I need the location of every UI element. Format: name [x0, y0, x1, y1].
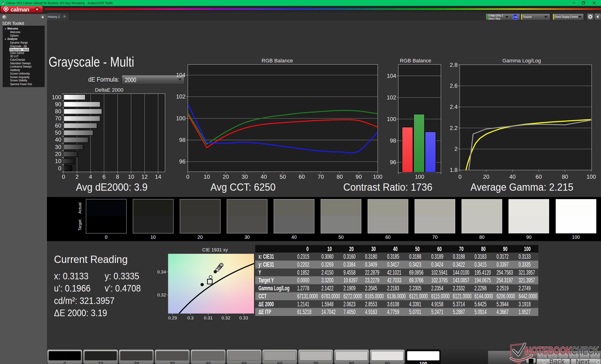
svg-text:6: 6 — [103, 173, 106, 180]
svg-text:50: 50 — [280, 173, 286, 180]
svg-text:1.8: 1.8 — [450, 167, 458, 173]
svg-text:8: 8 — [116, 173, 119, 180]
svg-text:4: 4 — [89, 173, 92, 180]
svg-text:2.8: 2.8 — [450, 62, 458, 68]
svg-text:10: 10 — [128, 173, 134, 180]
svg-text:12: 12 — [141, 173, 148, 180]
svg-text:0.29: 0.29 — [168, 316, 177, 320]
svg-text:0: 0 — [459, 173, 461, 180]
svg-text:NOTEBOOK: NOTEBOOK — [525, 345, 572, 357]
svg-text:2.2: 2.2 — [450, 125, 458, 131]
svg-text:50: 50 — [55, 129, 61, 136]
svg-text:0.32: 0.32 — [222, 316, 230, 320]
svg-text:40: 40 — [510, 173, 516, 180]
svg-text:80: 80 — [562, 173, 568, 180]
svg-text:CIE 1931 xy: CIE 1931 xy — [202, 247, 228, 252]
svg-text:0.34: 0.34 — [157, 269, 166, 274]
svg-text:10: 10 — [55, 158, 61, 164]
svg-text:20: 20 — [483, 173, 490, 180]
svg-text:0: 0 — [186, 173, 189, 180]
svg-text:96: 96 — [390, 159, 396, 165]
svg-text:104: 104 — [387, 73, 396, 79]
svg-text:60: 60 — [55, 122, 61, 129]
svg-text:100: 100 — [373, 173, 382, 180]
svg-text:Gamma Log/Log: Gamma Log/Log — [502, 58, 541, 64]
svg-text:100: 100 — [52, 94, 61, 100]
svg-text:80: 80 — [55, 108, 61, 115]
svg-text:102: 102 — [387, 94, 396, 101]
svg-text:40: 40 — [55, 136, 61, 143]
svg-text:98: 98 — [390, 137, 396, 144]
svg-text:70: 70 — [55, 115, 61, 122]
svg-text:0.31: 0.31 — [204, 316, 213, 320]
svg-text:60: 60 — [535, 173, 542, 180]
svg-text:CHECK: CHECK — [571, 345, 599, 357]
svg-text:80: 80 — [337, 173, 343, 180]
svg-text:2: 2 — [75, 173, 78, 180]
svg-text:98: 98 — [179, 137, 185, 143]
svg-text:100: 100 — [176, 115, 185, 122]
svg-text:2.6: 2.6 — [450, 83, 458, 89]
svg-text:70: 70 — [318, 173, 324, 180]
svg-text:60: 60 — [299, 173, 305, 180]
svg-text:30: 30 — [241, 173, 248, 180]
svg-text:104: 104 — [176, 72, 185, 78]
svg-text:0.3: 0.3 — [187, 316, 193, 320]
svg-text:RGB Balance: RGB Balance — [261, 58, 293, 64]
svg-text:90: 90 — [356, 173, 362, 180]
svg-text:102: 102 — [176, 93, 185, 100]
svg-text:2: 2 — [454, 146, 458, 152]
svg-text:0: 0 — [62, 173, 65, 180]
svg-text:96: 96 — [179, 158, 185, 165]
svg-text:90: 90 — [55, 101, 61, 107]
svg-text:30: 30 — [55, 144, 61, 150]
svg-text:RGB Balance: RGB Balance — [400, 58, 431, 64]
svg-text:0.33: 0.33 — [240, 316, 248, 320]
svg-text:14: 14 — [155, 173, 161, 180]
svg-text:100: 100 — [415, 173, 424, 180]
svg-text:40: 40 — [260, 173, 267, 180]
svg-text:10: 10 — [204, 173, 210, 180]
svg-text:2.4: 2.4 — [450, 104, 458, 110]
svg-text:20: 20 — [222, 173, 229, 180]
svg-text:0.32: 0.32 — [157, 292, 166, 297]
svg-text:0: 0 — [58, 165, 61, 172]
svg-text:100: 100 — [586, 173, 596, 180]
svg-text:DeltaE 2000: DeltaE 2000 — [95, 87, 123, 93]
svg-text:100: 100 — [387, 116, 396, 122]
svg-text:20: 20 — [55, 151, 61, 157]
